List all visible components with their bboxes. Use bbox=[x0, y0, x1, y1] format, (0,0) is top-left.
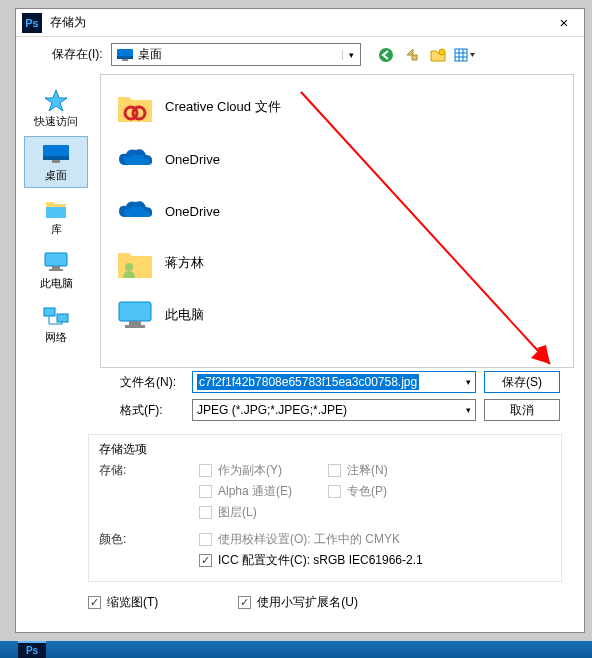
alpha-checkbox[interactable]: Alpha 通道(E) bbox=[199, 483, 292, 500]
taskbar-ps-icon[interactable]: Ps bbox=[18, 641, 46, 658]
place-this-pc[interactable]: 此电脑 bbox=[24, 244, 88, 296]
cancel-button[interactable]: 取消 bbox=[484, 399, 560, 421]
filename-label: 文件名(N): bbox=[120, 374, 184, 391]
lowercase-ext-checkbox[interactable]: 使用小写扩展名(U) bbox=[238, 594, 358, 611]
thumbnail-checkbox[interactable]: 缩览图(T) bbox=[88, 594, 158, 611]
file-label: 此电脑 bbox=[165, 306, 204, 324]
format-label: 格式(F): bbox=[120, 402, 184, 419]
window-title: 存储为 bbox=[48, 14, 544, 31]
svg-rect-5 bbox=[455, 49, 467, 61]
svg-rect-11 bbox=[43, 156, 69, 160]
filename-value: c7f2f1f42b7808e65783f15ea3c00758.jpg bbox=[197, 374, 419, 390]
layers-checkbox[interactable]: 图层(L) bbox=[199, 504, 292, 521]
as-copy-checkbox[interactable]: 作为副本(Y) bbox=[199, 462, 292, 479]
checkbox-label: 注释(N) bbox=[347, 462, 388, 479]
thispc-large-icon bbox=[115, 295, 155, 335]
annotations-checkbox[interactable]: 注释(N) bbox=[328, 462, 388, 479]
chevron-down-icon[interactable]: ▾ bbox=[466, 405, 471, 415]
app-icon: Ps bbox=[22, 13, 42, 33]
checkbox-label: 作为副本(Y) bbox=[218, 462, 282, 479]
svg-point-4 bbox=[439, 49, 445, 55]
checkbox-label: 使用校样设置(O): 工作中的 CMYK bbox=[218, 531, 400, 548]
save-options-group: 存储选项 存储: 作为副本(Y) Alpha 通道(E) 图层(L) 注释(N)… bbox=[88, 434, 562, 582]
file-list-area[interactable]: Creative Cloud 文件 OneDrive OneDrive bbox=[100, 74, 574, 368]
proof-checkbox[interactable]: 使用校样设置(O): 工作中的 CMYK bbox=[199, 531, 423, 548]
list-item[interactable]: OneDrive bbox=[107, 133, 567, 185]
ccfiles-icon bbox=[115, 87, 155, 127]
checkbox-label: ICC 配置文件(C): sRGB IEC61966-2.1 bbox=[218, 552, 423, 569]
checkbox-label: 缩览图(T) bbox=[107, 594, 158, 611]
libraries-icon bbox=[41, 196, 71, 220]
chevron-down-icon[interactable]: ▾ bbox=[466, 377, 471, 387]
svg-point-21 bbox=[125, 263, 133, 271]
location-combo[interactable]: 桌面 ▾ bbox=[111, 43, 361, 66]
store-label: 存储: bbox=[99, 462, 199, 521]
file-label: OneDrive bbox=[165, 204, 220, 219]
format-value: JPEG (*.JPG;*.JPEG;*.JPE) bbox=[197, 403, 347, 417]
icc-checkbox[interactable]: ICC 配置文件(C): sRGB IEC61966-2.1 bbox=[199, 552, 423, 569]
svg-rect-1 bbox=[117, 56, 133, 59]
list-item[interactable]: 此电脑 bbox=[107, 289, 567, 341]
svg-rect-15 bbox=[52, 266, 60, 269]
userfolder-icon bbox=[115, 243, 155, 283]
file-label: OneDrive bbox=[165, 152, 220, 167]
place-label: 桌面 bbox=[45, 168, 67, 183]
up-button[interactable] bbox=[401, 44, 423, 66]
taskbar: Ps bbox=[0, 641, 592, 658]
desktop-icon bbox=[116, 48, 134, 62]
views-button[interactable] bbox=[453, 44, 475, 66]
svg-rect-16 bbox=[49, 269, 63, 271]
svg-rect-24 bbox=[125, 325, 145, 328]
svg-marker-26 bbox=[537, 345, 550, 364]
list-item[interactable]: 蒋方林 bbox=[107, 237, 567, 289]
titlebar: Ps 存储为 × bbox=[16, 9, 584, 37]
save-as-dialog: Ps 存储为 × 保存在(I): 桌面 ▾ bbox=[15, 8, 585, 633]
place-network[interactable]: 网络 bbox=[24, 298, 88, 350]
list-item[interactable]: OneDrive bbox=[107, 185, 567, 237]
save-in-label: 保存在(I): bbox=[52, 46, 103, 63]
place-label: 此电脑 bbox=[40, 276, 73, 291]
location-text: 桌面 bbox=[138, 46, 342, 63]
desktop-icon bbox=[41, 142, 71, 166]
svg-rect-23 bbox=[129, 321, 141, 325]
svg-rect-2 bbox=[122, 59, 128, 61]
place-quick-access[interactable]: 快速访问 bbox=[24, 82, 88, 134]
chevron-down-icon[interactable]: ▾ bbox=[342, 50, 360, 60]
format-combo[interactable]: JPEG (*.JPG;*.JPEG;*.JPE) ▾ bbox=[192, 399, 476, 421]
svg-rect-17 bbox=[44, 308, 55, 316]
checkbox-label: Alpha 通道(E) bbox=[218, 483, 292, 500]
filename-input[interactable]: c7f2f1f42b7808e65783f15ea3c00758.jpg ▾ bbox=[192, 371, 476, 393]
onedrive-icon bbox=[115, 139, 155, 179]
close-button[interactable]: × bbox=[544, 9, 584, 37]
svg-rect-12 bbox=[52, 160, 60, 163]
onedrive-icon bbox=[115, 191, 155, 231]
checkbox-label: 图层(L) bbox=[218, 504, 257, 521]
file-label: 蒋方林 bbox=[165, 254, 204, 272]
places-bar: 快速访问 桌面 库 此电脑 bbox=[16, 74, 96, 368]
place-label: 库 bbox=[51, 222, 62, 237]
new-folder-button[interactable] bbox=[427, 44, 449, 66]
checkbox-label: 专色(P) bbox=[347, 483, 387, 500]
thispc-icon bbox=[41, 250, 71, 274]
svg-rect-18 bbox=[57, 314, 68, 322]
checkbox-label: 使用小写扩展名(U) bbox=[257, 594, 358, 611]
spot-checkbox[interactable]: 专色(P) bbox=[328, 483, 388, 500]
place-label: 网络 bbox=[45, 330, 67, 345]
svg-rect-22 bbox=[119, 302, 151, 321]
place-desktop[interactable]: 桌面 bbox=[24, 136, 88, 188]
options-section-label: 存储选项 bbox=[99, 441, 551, 458]
save-button[interactable]: 保存(S) bbox=[484, 371, 560, 393]
network-icon bbox=[41, 304, 71, 328]
place-libraries[interactable]: 库 bbox=[24, 190, 88, 242]
svg-rect-13 bbox=[46, 207, 66, 218]
color-label: 颜色: bbox=[99, 531, 199, 569]
back-button[interactable] bbox=[375, 44, 397, 66]
svg-point-3 bbox=[379, 48, 393, 62]
location-toolbar: 保存在(I): 桌面 ▾ bbox=[16, 37, 584, 74]
star-icon bbox=[41, 88, 71, 112]
list-item[interactable]: Creative Cloud 文件 bbox=[107, 81, 567, 133]
place-label: 快速访问 bbox=[34, 114, 78, 129]
svg-marker-27 bbox=[531, 350, 550, 364]
svg-rect-14 bbox=[45, 253, 67, 266]
file-label: Creative Cloud 文件 bbox=[165, 98, 281, 116]
